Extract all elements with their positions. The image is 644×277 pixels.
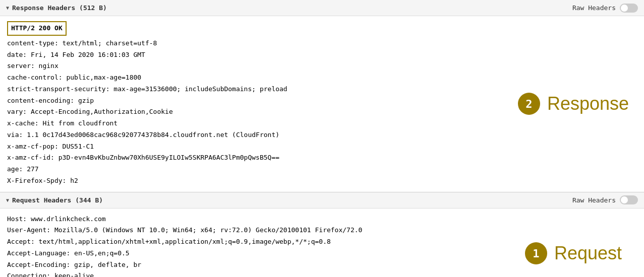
request-raw-headers-area: Raw Headers xyxy=(572,195,638,204)
request-raw-headers-label: Raw Headers xyxy=(572,196,616,204)
response-status-badge: HTTP/2 200 OK xyxy=(7,21,67,36)
response-raw-headers-toggle[interactable] xyxy=(620,4,638,13)
response-circle-badge: 2 xyxy=(518,93,540,115)
request-header-line: Host: www.drlinkcheck.com xyxy=(7,214,496,225)
response-chevron-icon[interactable]: ▼ xyxy=(6,5,9,11)
response-panel-title: Response Headers (512 B) xyxy=(12,4,107,12)
request-panel-title: Request Headers (344 B) xyxy=(12,196,103,204)
response-header-line: via: 1.1 0c17d43ed0068cac968c920774378b8… xyxy=(7,129,496,141)
request-raw-headers-toggle[interactable] xyxy=(620,195,638,204)
response-raw-headers-label: Raw Headers xyxy=(572,4,616,12)
response-side-annotation: 2 Response xyxy=(503,16,644,192)
response-header-line: strict-transport-security: max-age=31536… xyxy=(7,84,496,95)
request-header-line: Accept: text/html,application/xhtml+xml,… xyxy=(7,236,496,248)
response-header-line: x-cache: Hit from cloudfront xyxy=(7,118,496,129)
response-header-line: server: nginx xyxy=(7,60,496,72)
request-header-line: Connection: keep-alive xyxy=(7,270,496,277)
request-header-line: Accept-Language: en-US,en;q=0.5 xyxy=(7,248,496,259)
response-header-line: x-amz-cf-id: p3D-evn4BvKbuZnbww70Xh6USE9… xyxy=(7,152,496,164)
request-circle-badge: 1 xyxy=(525,242,547,264)
response-annotation: 2 Response xyxy=(518,93,629,115)
request-panel-body: Host: www.drlinkcheck.comUser-Agent: Moz… xyxy=(0,209,644,278)
response-header-lines: content-type: text/html; charset=utf-8da… xyxy=(7,38,496,187)
request-panel-header: ▼ Request Headers (344 B) Raw Headers xyxy=(0,192,644,209)
request-panel-title-area: ▼ Request Headers (344 B) xyxy=(6,196,103,204)
response-side-text: Response xyxy=(547,93,629,114)
request-chevron-icon[interactable]: ▼ xyxy=(6,197,9,203)
response-header-line: date: Fri, 14 Feb 2020 16:01:03 GMT xyxy=(7,49,496,61)
response-header-line: content-type: text/html; charset=utf-8 xyxy=(7,38,496,49)
response-status-line: HTTP/2 200 OK xyxy=(7,21,496,36)
request-panel-content: Host: www.drlinkcheck.comUser-Agent: Moz… xyxy=(0,209,503,278)
request-panel: ▼ Request Headers (344 B) Raw Headers Ho… xyxy=(0,192,644,278)
response-panel-title-area: ▼ Response Headers (512 B) xyxy=(6,4,107,12)
response-panel-body: HTTP/2 200 OK content-type: text/html; c… xyxy=(0,16,644,192)
response-header-line: age: 277 xyxy=(7,164,496,175)
response-header-line: x-amz-cf-pop: DUS51-C1 xyxy=(7,141,496,153)
response-header-line: X-Firefox-Spdy: h2 xyxy=(7,175,496,187)
request-header-line: Accept-Encoding: gzip, deflate, br xyxy=(7,259,496,271)
request-side-text: Request xyxy=(554,243,622,264)
request-header-lines: Host: www.drlinkcheck.comUser-Agent: Moz… xyxy=(7,214,496,278)
request-side-annotation: 1 Request xyxy=(503,209,644,278)
response-header-line: cache-control: public,max-age=1800 xyxy=(7,72,496,84)
response-panel-content: HTTP/2 200 OK content-type: text/html; c… xyxy=(0,16,503,192)
response-panel: ▼ Response Headers (512 B) Raw Headers H… xyxy=(0,0,644,192)
response-header-line: vary: Accept-Encoding,Authorization,Cook… xyxy=(7,106,496,118)
response-raw-headers-area: Raw Headers xyxy=(572,4,638,13)
request-header-line: User-Agent: Mozilla/5.0 (Windows NT 10.0… xyxy=(7,225,496,236)
request-annotation: 1 Request xyxy=(525,242,622,264)
response-panel-header: ▼ Response Headers (512 B) Raw Headers xyxy=(0,0,644,16)
response-header-line: content-encoding: gzip xyxy=(7,95,496,107)
